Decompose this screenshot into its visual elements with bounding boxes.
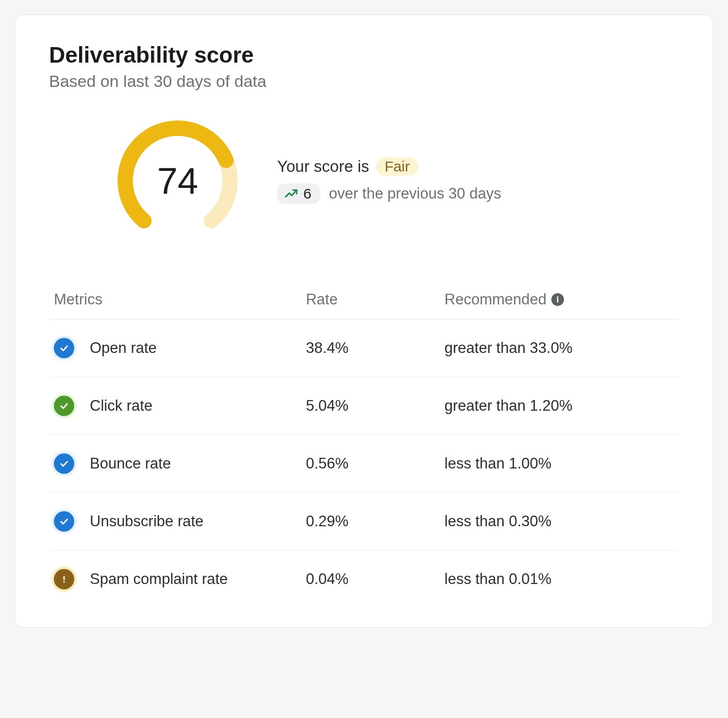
score-block: 74 Your score is Fair 6 over the previ	[112, 115, 679, 246]
check-icon	[54, 511, 74, 532]
check-icon	[54, 396, 74, 416]
score-delta-suffix: over the previous 30 days	[329, 185, 501, 202]
metric-recommended: greater than 1.20%	[440, 377, 679, 435]
metrics-table: Metrics Rate Recommended i Open rate38.4…	[49, 280, 679, 608]
col-header-recommended-text: Recommended	[445, 291, 546, 308]
metric-rate: 5.04%	[301, 377, 440, 435]
info-icon[interactable]: i	[551, 293, 564, 306]
metric-name: Unsubscribe rate	[90, 513, 203, 530]
score-grade-line: Your score is Fair	[277, 157, 501, 176]
metric-rate: 0.29%	[301, 493, 440, 551]
score-delta-row: 6 over the previous 30 days	[277, 184, 501, 204]
trend-up-icon	[284, 186, 298, 201]
score-delta-chip: 6	[277, 184, 320, 204]
metric-rate: 0.04%	[301, 551, 440, 608]
table-row: Bounce rate0.56%less than 1.00%	[49, 435, 679, 493]
metric-recommended: greater than 33.0%	[440, 319, 679, 377]
col-header-metrics: Metrics	[49, 280, 301, 319]
card-subtitle: Based on last 30 days of data	[49, 72, 679, 91]
score-summary: Your score is Fair 6 over the previous 3…	[277, 157, 501, 204]
score-label-prefix: Your score is	[277, 157, 369, 176]
deliverability-card: Deliverability score Based on last 30 da…	[15, 15, 713, 628]
svg-point-1	[63, 581, 65, 583]
score-gauge: 74	[112, 115, 243, 246]
score-value: 74	[157, 160, 199, 202]
table-row: Spam complaint rate0.04%less than 0.01%	[49, 551, 679, 608]
card-title: Deliverability score	[49, 42, 679, 68]
metric-rate: 0.56%	[301, 435, 440, 493]
check-icon	[54, 453, 74, 474]
table-row: Click rate5.04%greater than 1.20%	[49, 377, 679, 435]
metric-name: Click rate	[90, 397, 152, 415]
metric-rate: 38.4%	[301, 319, 440, 377]
col-header-rate: Rate	[301, 280, 440, 319]
metric-name: Spam complaint rate	[90, 570, 228, 588]
metric-recommended: less than 1.00%	[440, 435, 679, 493]
score-delta-value: 6	[303, 185, 312, 202]
check-icon	[54, 338, 74, 358]
metric-name: Bounce rate	[90, 455, 171, 472]
score-grade-badge: Fair	[376, 157, 419, 176]
metric-name: Open rate	[90, 339, 157, 357]
table-row: Unsubscribe rate0.29%less than 0.30%	[49, 493, 679, 551]
metric-recommended: less than 0.01%	[440, 551, 679, 608]
table-row: Open rate38.4%greater than 33.0%	[49, 319, 679, 377]
metric-recommended: less than 0.30%	[440, 493, 679, 551]
alert-icon	[54, 569, 74, 589]
col-header-recommended: Recommended i	[440, 280, 679, 319]
